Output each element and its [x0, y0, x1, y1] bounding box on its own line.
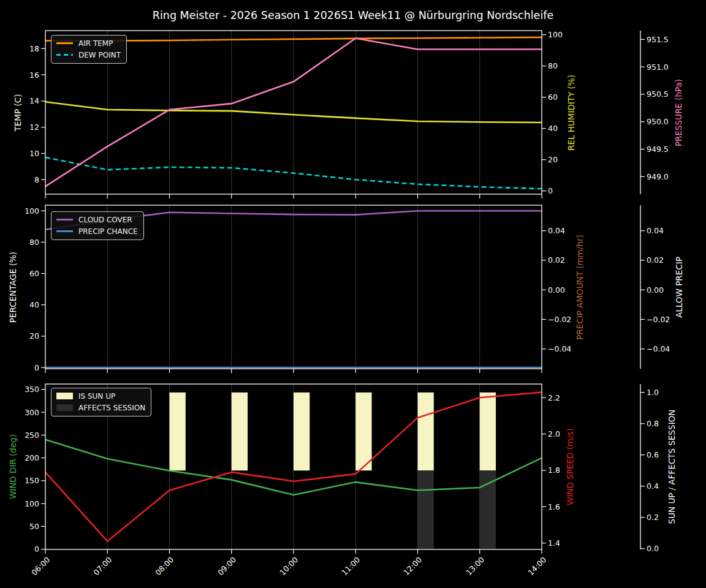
- tick-label: 0.8: [647, 419, 659, 428]
- legend-swatch-cloud-cover: [56, 219, 73, 221]
- tick-label: 1.6: [548, 502, 560, 511]
- legend-swatch-dew-point: [56, 54, 73, 56]
- bar-is-sun-up: [232, 393, 248, 471]
- tick-label: 949.5: [647, 145, 669, 154]
- legend-swatch-affects-session: [56, 404, 73, 411]
- axis-title-wind-speed: WIND SPEED (m/s): [565, 428, 575, 505]
- tick-label: 350: [25, 385, 39, 394]
- tick-label: 1.8: [548, 466, 560, 475]
- tick-label: 8: [34, 175, 39, 184]
- tick-label: 0.02: [647, 255, 664, 265]
- legend-swatch-air-temp: [56, 42, 73, 44]
- bar-affects-session: [418, 470, 434, 549]
- tick-label: 0.02: [548, 255, 565, 265]
- tick-label: 950.0: [647, 117, 669, 126]
- legend-item-is-sun-up: IS SUN UP: [56, 391, 145, 401]
- tick-label: 16: [29, 70, 39, 80]
- axis-title-wind-dir: WIND DIR (deg): [8, 434, 18, 499]
- tick-label: 0: [34, 545, 39, 554]
- legend-temperature-humidity-pressure: AIR TEMPDEW POINT: [51, 35, 127, 64]
- legend-label: AIR TEMP: [78, 39, 113, 48]
- tick-label: 40: [29, 300, 39, 309]
- axis-title-precip-amount: PRECIP AMOUNT (mm/hr): [575, 235, 585, 339]
- tick-label: 100: [25, 499, 39, 508]
- tick-label: 100: [548, 30, 563, 39]
- tick-label: 80: [548, 61, 558, 70]
- axis-title-pressure: PRESSURE (hPa): [674, 79, 683, 146]
- axis-title-rel-humidity: REL HUMIDITY (%): [566, 75, 576, 151]
- tick-label: 300: [25, 408, 39, 417]
- legend-label: IS SUN UP: [78, 392, 115, 401]
- tick-label: 20: [29, 331, 39, 341]
- legend-label: DEW POINT: [78, 51, 121, 59]
- tick-label: 2.2: [548, 393, 560, 402]
- tick-label: 950.5: [647, 89, 669, 99]
- legend-item-affects-session: AFFECTS SESSION: [56, 403, 145, 412]
- tick-label: 0: [548, 186, 553, 195]
- tick-label: 100: [25, 206, 39, 216]
- tick-label: 200: [25, 453, 39, 462]
- tick-label: 50: [29, 522, 39, 531]
- axis-title-sun-up: SUN UP / AFFECTS SESSION: [667, 410, 677, 524]
- bar-is-sun-up: [480, 393, 496, 471]
- legend-label: PRECIP CHANCE: [78, 227, 138, 236]
- tick-label: 60: [548, 92, 558, 102]
- bar-is-sun-up: [418, 393, 434, 471]
- tick-label: 12: [29, 123, 39, 132]
- tick-label: −0.02: [647, 315, 670, 324]
- tick-label: 0.2: [647, 513, 659, 522]
- tick-label: 0.00: [647, 285, 664, 295]
- legend-label: CLOUD COVER: [78, 216, 132, 224]
- tick-label: 0.6: [647, 450, 659, 459]
- axis-title-percentage: PERCENTAGE (%): [8, 252, 18, 323]
- tick-label: 949.0: [647, 172, 669, 181]
- bar-is-sun-up: [170, 393, 186, 471]
- bar-is-sun-up: [355, 393, 371, 471]
- tick-label: 20: [548, 155, 558, 164]
- tick-label: 1.0: [647, 388, 659, 397]
- legend-item-cloud-cover: CLOUD COVER: [56, 215, 138, 224]
- tick-label: 951.0: [647, 62, 669, 72]
- tick-label: 1.4: [548, 538, 560, 548]
- legend-swatch-precip-chance: [56, 230, 73, 232]
- legend-swatch-is-sun-up: [56, 393, 73, 399]
- axis-title-allow-precip: ALLOW PRECIP: [674, 257, 684, 318]
- tick-label: 0.0: [647, 544, 659, 553]
- legend-item-dew-point: DEW POINT: [56, 50, 121, 59]
- tick-label: 14: [29, 96, 39, 105]
- bar-is-sun-up: [294, 393, 309, 471]
- plot-canvas: 81012141618020406080100949.0949.5950.095…: [0, 0, 706, 588]
- bar-affects-session: [480, 470, 496, 549]
- legend-wind-sun: IS SUN UPAFFECTS SESSION: [51, 388, 151, 417]
- tick-label: −0.04: [548, 344, 571, 353]
- tick-label: 10: [29, 149, 39, 158]
- tick-label: 0: [34, 363, 39, 372]
- legend-item-precip-chance: PRECIP CHANCE: [56, 227, 138, 236]
- tick-label: −0.04: [647, 344, 670, 353]
- tick-label: 0.4: [647, 481, 659, 491]
- tick-label: 60: [29, 269, 39, 278]
- tick-label: 18: [29, 44, 39, 53]
- axis-title-temp: TEMP (C): [13, 94, 23, 132]
- legend-label: AFFECTS SESSION: [78, 404, 145, 412]
- tick-label: 951.5: [647, 35, 669, 44]
- tick-label: 250: [25, 431, 39, 440]
- legend-item-air-temp: AIR TEMP: [56, 39, 121, 48]
- tick-label: 80: [29, 238, 39, 247]
- tick-label: 40: [548, 124, 558, 133]
- tick-label: 0.00: [548, 285, 565, 295]
- tick-label: 150: [25, 476, 39, 485]
- tick-label: −0.02: [548, 315, 571, 324]
- tick-label: 0.04: [647, 226, 664, 235]
- tick-label: 2.0: [548, 429, 560, 439]
- figure: { "title": "Ring Meister - 2026 Season 1…: [0, 0, 706, 588]
- legend-cloud-precip: CLOUD COVERPRECIP CHANCE: [51, 211, 144, 240]
- tick-label: 0.04: [548, 226, 565, 235]
